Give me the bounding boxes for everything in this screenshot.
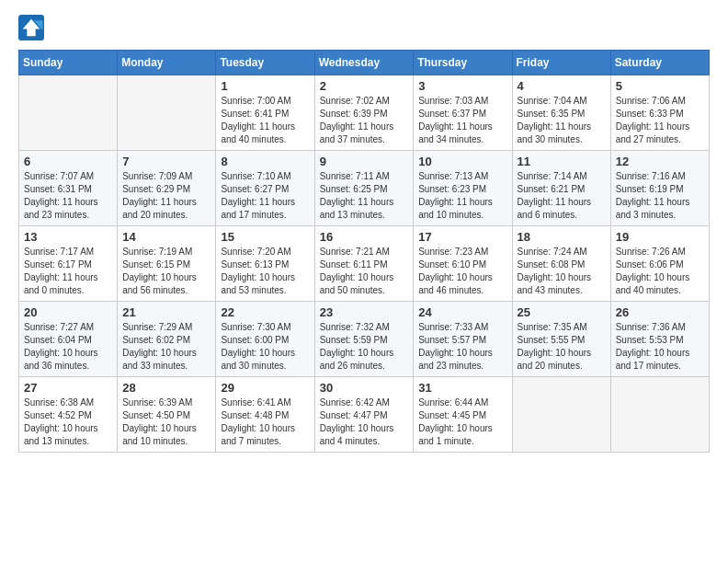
calendar-cell: 30Sunrise: 6:42 AM Sunset: 4:47 PM Dayli… [314,377,414,453]
day-info: Sunrise: 7:19 AM Sunset: 6:15 PM Dayligh… [122,246,210,297]
day-number: 14 [122,230,210,244]
day-number: 8 [221,155,309,168]
calendar-cell: 6Sunrise: 7:07 AM Sunset: 6:31 PM Daylig… [19,151,118,226]
day-info: Sunrise: 7:32 AM Sunset: 5:59 PM Dayligh… [320,321,409,373]
day-info: Sunrise: 6:39 AM Sunset: 4:50 PM Dayligh… [122,396,210,448]
weekday-header-saturday: Saturday [610,51,709,75]
day-number: 25 [518,305,606,319]
day-number: 30 [320,381,409,395]
day-number: 21 [122,305,210,319]
calendar-cell: 29Sunrise: 6:41 AM Sunset: 4:48 PM Dayli… [216,377,314,453]
day-info: Sunrise: 7:27 AM Sunset: 6:04 PM Dayligh… [24,321,112,373]
day-number: 22 [221,305,309,319]
week-row-4: 20Sunrise: 7:27 AM Sunset: 6:04 PM Dayli… [19,302,710,377]
day-number: 31 [418,381,506,395]
day-info: Sunrise: 7:36 AM Sunset: 5:53 PM Dayligh… [616,321,704,373]
calendar-cell: 18Sunrise: 7:24 AM Sunset: 6:08 PM Dayli… [512,226,610,302]
day-info: Sunrise: 7:04 AM Sunset: 6:35 PM Dayligh… [518,95,606,146]
day-number: 5 [616,79,704,93]
weekday-header-wednesday: Wednesday [314,51,414,75]
day-info: Sunrise: 7:23 AM Sunset: 6:10 PM Dayligh… [418,246,506,297]
day-number: 7 [122,155,210,168]
day-info: Sunrise: 7:02 AM Sunset: 6:39 PM Dayligh… [320,95,409,146]
calendar-cell: 21Sunrise: 7:29 AM Sunset: 6:02 PM Dayli… [118,302,216,377]
day-info: Sunrise: 7:17 AM Sunset: 6:17 PM Dayligh… [24,246,112,297]
day-info: Sunrise: 7:30 AM Sunset: 6:00 PM Dayligh… [221,321,309,373]
day-number: 29 [221,381,309,395]
day-number: 16 [320,230,409,244]
day-info: Sunrise: 7:16 AM Sunset: 6:19 PM Dayligh… [616,170,704,222]
calendar-cell: 20Sunrise: 7:27 AM Sunset: 6:04 PM Dayli… [19,302,118,377]
day-number: 10 [418,155,506,168]
calendar-cell: 26Sunrise: 7:36 AM Sunset: 5:53 PM Dayli… [610,302,709,377]
day-info: Sunrise: 7:11 AM Sunset: 6:25 PM Dayligh… [320,170,409,222]
day-info: Sunrise: 7:07 AM Sunset: 6:31 PM Dayligh… [24,170,112,222]
weekday-header-friday: Friday [512,51,610,75]
day-number: 9 [320,155,409,168]
calendar-cell [19,75,118,151]
day-info: Sunrise: 7:06 AM Sunset: 6:33 PM Dayligh… [616,95,704,146]
calendar-cell: 17Sunrise: 7:23 AM Sunset: 6:10 PM Dayli… [414,226,512,302]
day-info: Sunrise: 7:33 AM Sunset: 5:57 PM Dayligh… [418,321,506,373]
day-number: 15 [221,230,309,244]
calendar-cell: 28Sunrise: 6:39 AM Sunset: 4:50 PM Dayli… [118,377,216,453]
day-info: Sunrise: 6:41 AM Sunset: 4:48 PM Dayligh… [221,396,309,448]
calendar-cell: 13Sunrise: 7:17 AM Sunset: 6:17 PM Dayli… [19,226,118,302]
calendar-cell: 25Sunrise: 7:35 AM Sunset: 5:55 PM Dayli… [512,302,610,377]
calendar-cell: 22Sunrise: 7:30 AM Sunset: 6:00 PM Dayli… [216,302,314,377]
calendar-cell [512,377,610,453]
calendar-table: SundayMondayTuesdayWednesdayThursdayFrid… [18,50,710,453]
logo [18,15,48,40]
day-info: Sunrise: 7:21 AM Sunset: 6:11 PM Dayligh… [320,246,409,297]
calendar-cell: 15Sunrise: 7:20 AM Sunset: 6:13 PM Dayli… [216,226,314,302]
week-row-1: 1Sunrise: 7:00 AM Sunset: 6:41 PM Daylig… [19,75,710,151]
day-number: 11 [518,155,606,168]
week-row-2: 6Sunrise: 7:07 AM Sunset: 6:31 PM Daylig… [19,151,710,226]
day-number: 28 [122,381,210,395]
day-number: 1 [221,79,309,93]
day-number: 18 [518,230,606,244]
day-info: Sunrise: 6:38 AM Sunset: 4:52 PM Dayligh… [24,396,112,448]
calendar-cell [610,377,709,453]
day-info: Sunrise: 6:42 AM Sunset: 4:47 PM Dayligh… [320,396,409,448]
calendar-cell: 12Sunrise: 7:16 AM Sunset: 6:19 PM Dayli… [610,151,709,226]
day-number: 24 [418,305,506,319]
weekday-header-sunday: Sunday [19,51,118,75]
calendar-cell: 19Sunrise: 7:26 AM Sunset: 6:06 PM Dayli… [610,226,709,302]
weekday-header-row: SundayMondayTuesdayWednesdayThursdayFrid… [19,51,710,75]
calendar-cell: 16Sunrise: 7:21 AM Sunset: 6:11 PM Dayli… [314,226,414,302]
weekday-header-tuesday: Tuesday [216,51,314,75]
calendar-cell: 14Sunrise: 7:19 AM Sunset: 6:15 PM Dayli… [118,226,216,302]
calendar-cell: 2Sunrise: 7:02 AM Sunset: 6:39 PM Daylig… [314,75,414,151]
day-info: Sunrise: 7:09 AM Sunset: 6:29 PM Dayligh… [122,170,210,222]
day-info: Sunrise: 7:29 AM Sunset: 6:02 PM Dayligh… [122,321,210,373]
day-info: Sunrise: 7:20 AM Sunset: 6:13 PM Dayligh… [221,246,309,297]
calendar-cell [118,75,216,151]
day-number: 12 [616,155,704,168]
calendar-cell: 27Sunrise: 6:38 AM Sunset: 4:52 PM Dayli… [19,377,118,453]
day-number: 2 [320,79,409,93]
calendar-cell: 8Sunrise: 7:10 AM Sunset: 6:27 PM Daylig… [216,151,314,226]
day-info: Sunrise: 7:14 AM Sunset: 6:21 PM Dayligh… [518,170,606,222]
day-number: 19 [616,230,704,244]
calendar-cell: 11Sunrise: 7:14 AM Sunset: 6:21 PM Dayli… [512,151,610,226]
day-number: 13 [24,230,112,244]
weekday-header-monday: Monday [118,51,216,75]
calendar-cell: 7Sunrise: 7:09 AM Sunset: 6:29 PM Daylig… [118,151,216,226]
weekday-header-thursday: Thursday [414,51,512,75]
day-info: Sunrise: 7:35 AM Sunset: 5:55 PM Dayligh… [518,321,606,373]
header [18,15,710,40]
calendar-cell: 1Sunrise: 7:00 AM Sunset: 6:41 PM Daylig… [216,75,314,151]
day-info: Sunrise: 7:03 AM Sunset: 6:37 PM Dayligh… [418,95,506,146]
calendar-cell: 24Sunrise: 7:33 AM Sunset: 5:57 PM Dayli… [414,302,512,377]
day-info: Sunrise: 7:10 AM Sunset: 6:27 PM Dayligh… [221,170,309,222]
week-row-5: 27Sunrise: 6:38 AM Sunset: 4:52 PM Dayli… [19,377,710,453]
day-info: Sunrise: 7:26 AM Sunset: 6:06 PM Dayligh… [616,246,704,297]
calendar-cell: 5Sunrise: 7:06 AM Sunset: 6:33 PM Daylig… [610,75,709,151]
day-info: Sunrise: 7:13 AM Sunset: 6:23 PM Dayligh… [418,170,506,222]
calendar-page: SundayMondayTuesdayWednesdayThursdayFrid… [0,0,728,471]
day-number: 4 [518,79,606,93]
day-number: 20 [24,305,112,319]
calendar-cell: 23Sunrise: 7:32 AM Sunset: 5:59 PM Dayli… [314,302,414,377]
day-number: 23 [320,305,409,319]
